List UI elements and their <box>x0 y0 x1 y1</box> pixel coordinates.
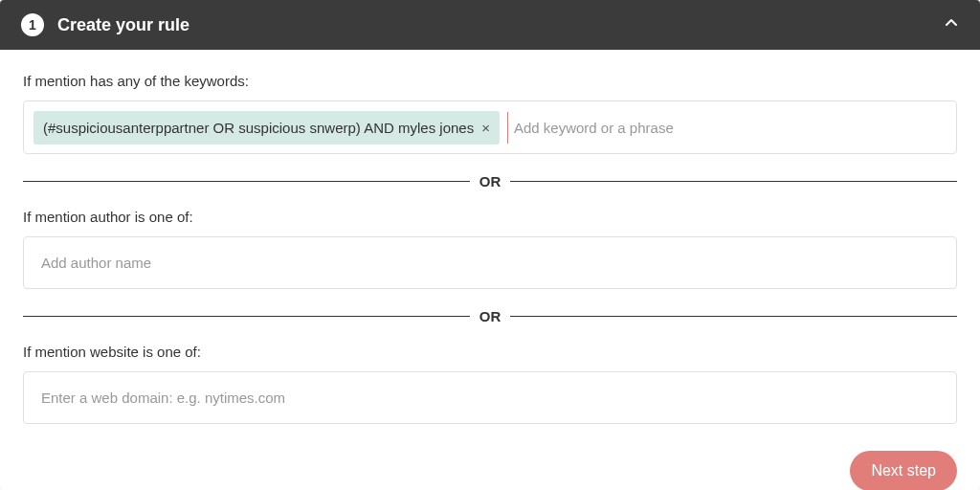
keywords-input-box[interactable]: (#suspiciousanterppartner OR suspicious … <box>23 100 957 154</box>
keyword-input[interactable] <box>507 112 947 144</box>
collapse-icon[interactable] <box>944 15 959 34</box>
panel-content: If mention has any of the keywords: (#su… <box>0 50 980 443</box>
keyword-tag: (#suspiciousanterppartner OR suspicious … <box>33 111 500 145</box>
step-number-badge: 1 <box>21 13 44 36</box>
divider-or-label: OR <box>479 308 501 324</box>
rule-builder-panel: 1 Create your rule If mention has any of… <box>0 0 980 490</box>
website-label: If mention website is one of: <box>23 344 957 360</box>
panel-header[interactable]: 1 Create your rule <box>0 0 980 50</box>
website-input[interactable] <box>23 371 957 424</box>
divider-or-1: OR <box>23 173 957 189</box>
page-title: Create your rule <box>57 15 189 35</box>
divider-line <box>510 316 957 317</box>
next-step-button[interactable]: Next step <box>850 451 957 490</box>
keywords-label: If mention has any of the keywords: <box>23 73 957 89</box>
divider-line <box>23 316 470 317</box>
keyword-tag-text: (#suspiciousanterppartner OR suspicious … <box>43 120 474 136</box>
author-label: If mention author is one of: <box>23 209 957 225</box>
divider-or-2: OR <box>23 308 957 324</box>
divider-line <box>510 181 957 182</box>
divider-line <box>23 181 470 182</box>
divider-or-label: OR <box>479 173 501 189</box>
author-input[interactable] <box>23 236 957 289</box>
header-left: 1 Create your rule <box>21 13 189 36</box>
remove-tag-icon[interactable]: × <box>481 121 490 135</box>
panel-footer: Next step <box>0 443 980 490</box>
